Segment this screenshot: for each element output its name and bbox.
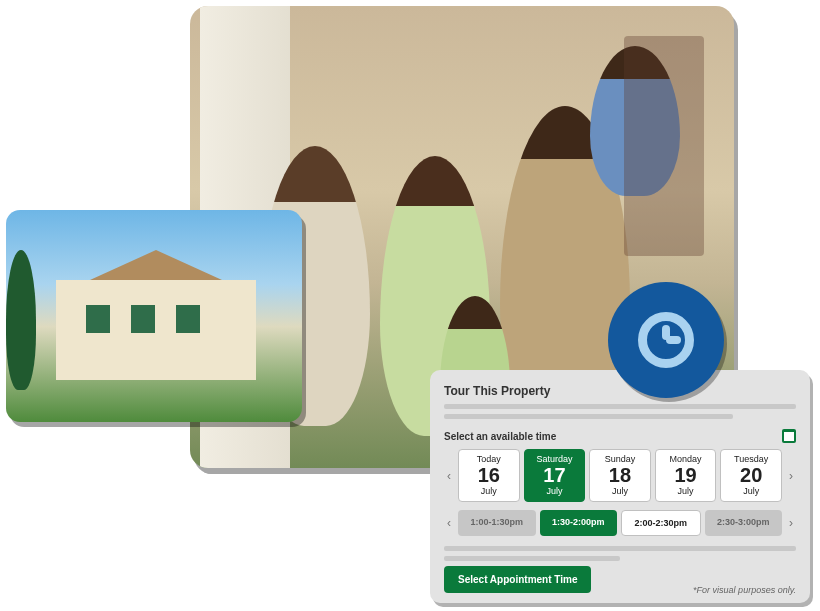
placeholder-line (444, 414, 733, 419)
date-dow: Sunday (592, 454, 648, 464)
time-next-arrow[interactable]: › (786, 510, 796, 536)
placeholder-line (444, 556, 620, 561)
disclaimer-text: *For visual purposes only. (693, 585, 796, 595)
date-month: July (461, 486, 517, 496)
date-month: July (592, 486, 648, 496)
date-prev-arrow[interactable]: ‹ (444, 449, 454, 502)
calendar-icon[interactable] (782, 429, 796, 443)
date-day: 18 (592, 465, 648, 485)
select-time-label: Select an available time (444, 431, 556, 442)
booking-widget: Tour This Property Select an available t… (430, 370, 810, 603)
date-dow: Tuesday (723, 454, 779, 464)
date-card-tuesday[interactable]: Tuesday 20 July (720, 449, 782, 502)
placeholder-line (444, 546, 796, 551)
time-slot-4: 2:30-3:00pm (705, 510, 783, 536)
house-window (176, 305, 200, 333)
date-dow: Today (461, 454, 517, 464)
placeholder-line (444, 404, 796, 409)
date-dow: Monday (658, 454, 714, 464)
date-day: 17 (527, 465, 583, 485)
time-slot-3[interactable]: 2:00-2:30pm (621, 510, 701, 536)
select-appointment-button[interactable]: Select Appointment Time (444, 566, 591, 593)
time-slot-2[interactable]: 1:30-2:00pm (540, 510, 618, 536)
time-prev-arrow[interactable]: ‹ (444, 510, 454, 536)
date-day: 20 (723, 465, 779, 485)
clock-icon (638, 312, 694, 368)
date-next-arrow[interactable]: › (786, 449, 796, 502)
booking-title: Tour This Property (444, 384, 796, 398)
date-day: 16 (461, 465, 517, 485)
date-month: July (723, 486, 779, 496)
date-day: 19 (658, 465, 714, 485)
date-card-today[interactable]: Today 16 July (458, 449, 520, 502)
date-dow: Saturday (527, 454, 583, 464)
time-slot-1: 1:00-1:30pm (458, 510, 536, 536)
house-window (86, 305, 110, 333)
date-row: ‹ Today 16 July Saturday 17 July Sunday … (444, 449, 796, 502)
date-card-sunday[interactable]: Sunday 18 July (589, 449, 651, 502)
date-month: July (527, 486, 583, 496)
person-child-on-shoulders (590, 46, 680, 196)
time-row: ‹ 1:00-1:30pm 1:30-2:00pm 2:00-2:30pm 2:… (444, 510, 796, 536)
clock-badge (608, 282, 724, 398)
date-month: July (658, 486, 714, 496)
house-photo (6, 210, 302, 422)
date-card-saturday[interactable]: Saturday 17 July (524, 449, 586, 502)
date-card-monday[interactable]: Monday 19 July (655, 449, 717, 502)
house-window (131, 305, 155, 333)
